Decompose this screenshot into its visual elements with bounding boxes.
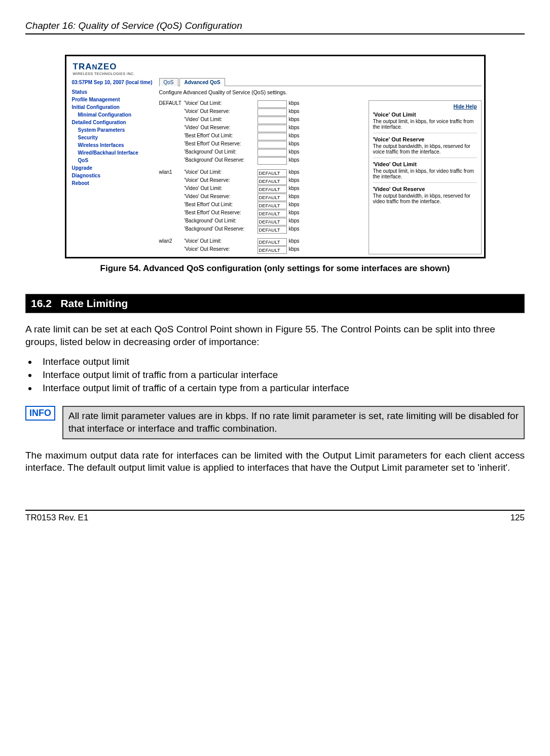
wlan1-bg-out-limit[interactable] [258, 218, 287, 225]
wlan1-voice-out-reserve[interactable] [258, 177, 287, 185]
default-best-out-limit[interactable] [258, 133, 287, 140]
help-panel: Hide Help 'Voice' Out Limit The output l… [369, 100, 482, 254]
sidebar-nav: 03:57PM Sep 10, 2007 (local time) Status… [69, 78, 156, 254]
help-video-out-limit-title: 'Video' Out Limit [373, 161, 477, 167]
nav-status[interactable]: Status [72, 88, 153, 96]
nav-qos[interactable]: QoS [72, 157, 153, 164]
info-text: All rate limit parameter values are in k… [62, 406, 525, 439]
hide-help-link[interactable]: Hide Help [373, 104, 477, 109]
help-voice-out-limit-title: 'Voice' Out Limit [373, 111, 477, 118]
default-bg-out-limit[interactable] [258, 149, 287, 157]
wlan2-voice-out-limit[interactable] [258, 238, 287, 246]
help-voice-out-reserve-title: 'Voice' Out Reserve [373, 136, 477, 142]
wlan1-best-out-reserve[interactable] [258, 210, 287, 217]
nav-wired-backhaul[interactable]: Wired/Backhaul Interface [72, 149, 153, 157]
bullet-list: Interface output limit Interface output … [25, 356, 525, 394]
help-voice-out-limit-text: The output limit, in kbps, for voice tra… [373, 119, 477, 130]
wlan1-best-out-limit[interactable] [258, 202, 287, 209]
tab-qos[interactable]: QoS [159, 78, 178, 86]
bullet-2: Interface output limit of traffic from a… [38, 369, 525, 381]
nav-minimal-config[interactable]: Minimal Configuration [72, 111, 153, 119]
chapter-header: Chapter 16: Quality of Service (QoS) Con… [25, 20, 525, 34]
nav-diagnostics[interactable]: Diagnostics [72, 172, 153, 179]
nav-upgrade[interactable]: Upgrade [72, 164, 153, 172]
group-wlan1: wlan1 [159, 169, 182, 177]
local-time: 03:57PM Sep 10, 2007 (local time) [72, 80, 153, 85]
footer-left: TR0153 Rev. E1 [25, 513, 88, 523]
config-description: Configure Advanced Quality of Service (Q… [159, 89, 482, 95]
group-default: DEFAULT [159, 100, 182, 108]
help-video-out-limit-text: The output limit, in kbps, for video tra… [373, 168, 477, 179]
nav-security[interactable]: Security [72, 134, 153, 141]
tab-advanced-qos[interactable]: Advanced QoS [179, 78, 225, 86]
nav-profile[interactable]: Profile Management [72, 96, 153, 103]
default-video-out-limit[interactable] [258, 117, 287, 124]
bullet-3: Interface output limit of traffic of a c… [38, 383, 525, 394]
nav-init-config[interactable]: Initial Configuration [72, 103, 153, 111]
bullet-1: Interface output limit [38, 356, 525, 367]
figure-54: TRANZEO WIRELESS TECHNOLOGIES INC. 03:57… [65, 55, 486, 258]
paragraph-2: The maximum output data rate for interfa… [25, 449, 525, 474]
help-video-out-reserve-text: The output bandwidth, in kbps, reserved … [373, 193, 477, 204]
paragraph-1: A rate limit can be set at each QoS Cont… [25, 323, 525, 348]
figure-caption: Figure 54. Advanced QoS configuration (o… [65, 263, 486, 274]
help-video-out-reserve-title: 'Video' Out Reserve [373, 186, 477, 192]
tranzeo-logo: TRANZEO [73, 62, 478, 72]
section-heading: 16.2 Rate Limiting [25, 294, 525, 313]
default-voice-out-reserve[interactable] [258, 108, 287, 116]
nav-system-params[interactable]: System Parameters [72, 126, 153, 134]
wlan2-voice-out-reserve[interactable] [258, 246, 287, 254]
default-voice-out-limit[interactable] [258, 100, 287, 108]
default-best-out-reserve[interactable] [258, 141, 287, 148]
logo-subtitle: WIRELESS TECHNOLOGIES INC. [73, 72, 478, 75]
footer-page: 125 [510, 513, 525, 523]
wlan1-video-out-limit[interactable] [258, 185, 287, 193]
wlan1-bg-out-reserve[interactable] [258, 226, 287, 234]
nav-detailed-config[interactable]: Detailed Configuration [72, 119, 153, 126]
help-voice-out-reserve-text: The output bandwidth, in kbps, reserved … [373, 143, 477, 155]
nav-wireless-ifaces[interactable]: Wireless Interfaces [72, 141, 153, 149]
default-video-out-reserve[interactable] [258, 125, 287, 132]
wlan1-video-out-reserve[interactable] [258, 194, 287, 201]
default-bg-out-reserve[interactable] [258, 157, 287, 165]
group-wlan2: wlan2 [159, 238, 182, 246]
wlan1-voice-out-limit[interactable] [258, 169, 287, 177]
info-badge: INFO [25, 406, 55, 421]
nav-reboot[interactable]: Reboot [72, 179, 153, 187]
